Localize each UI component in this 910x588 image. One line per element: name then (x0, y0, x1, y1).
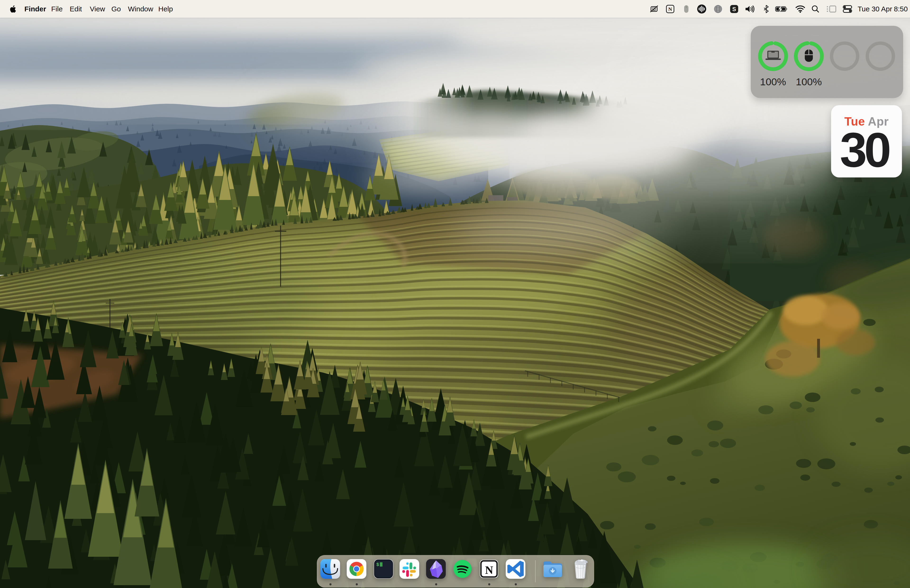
svg-text:$: $ (376, 562, 379, 567)
svg-text:S: S (732, 6, 736, 12)
svg-text:N: N (485, 564, 493, 576)
svg-text:N: N (668, 6, 672, 12)
